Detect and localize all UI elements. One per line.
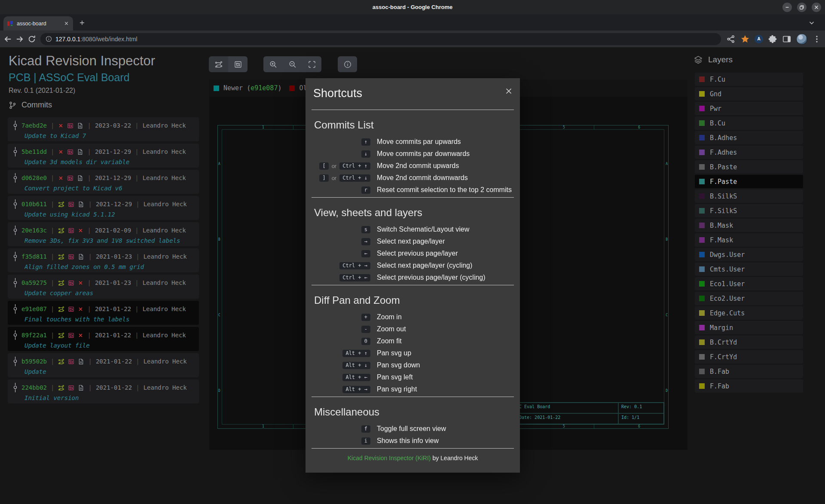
layer-item[interactable]: Gnd bbox=[695, 87, 803, 101]
layer-item[interactable]: B.CrtYd bbox=[695, 336, 803, 349]
layout-diff-icon bbox=[68, 227, 74, 234]
shortcut-keys: 0 bbox=[314, 338, 370, 345]
side-panel-icon[interactable] bbox=[782, 34, 791, 44]
commit-item[interactable]: f35d811 | | 2021-01-23 | Leandro Heck Al… bbox=[8, 248, 199, 272]
layer-item[interactable]: F.SilkS bbox=[695, 204, 803, 217]
layer-item[interactable]: F.Adhes bbox=[695, 146, 803, 159]
layer-name: F.Adhes bbox=[710, 149, 737, 156]
commit-summary: 010b611 | | 2021-12-29 | Leandro Heck bbox=[13, 199, 194, 209]
commit-node-icon bbox=[13, 226, 18, 235]
sheet-row-tick: A bbox=[666, 162, 668, 166]
zoom-fit-button[interactable] bbox=[302, 56, 321, 72]
modal-close-icon[interactable] bbox=[504, 87, 513, 95]
bookmark-star-icon[interactable] bbox=[740, 34, 750, 44]
profile-avatar[interactable] bbox=[796, 34, 807, 45]
layer-item[interactable]: B.Cu bbox=[695, 116, 803, 130]
commit-summary: 0a59275 | | 2021-01-23 | Leandro Heck bbox=[13, 278, 194, 287]
commit-summary: e91e087 | | 2021-01-22 | Leandro Heck bbox=[13, 304, 194, 314]
separator: | bbox=[87, 305, 91, 312]
view-switch-group bbox=[209, 56, 248, 72]
footer-author: by Leandro Heck bbox=[431, 455, 478, 461]
layer-item[interactable]: B.Paste bbox=[695, 160, 803, 174]
shortcut-keys: ← bbox=[314, 250, 370, 257]
layer-item[interactable]: Edge.Cuts bbox=[695, 306, 803, 320]
layer-item[interactable]: F.Cu bbox=[695, 73, 803, 86]
reload-icon[interactable] bbox=[27, 34, 37, 44]
layer-item[interactable]: Eco2.User bbox=[695, 292, 803, 305]
info-button[interactable] bbox=[338, 56, 357, 72]
separator: | bbox=[87, 122, 91, 129]
commit-item[interactable]: e91e087 | | 2021-01-22 | Leandro Heck Fi… bbox=[8, 301, 199, 325]
key-badge: - bbox=[361, 326, 370, 333]
layer-color-swatch bbox=[699, 281, 705, 287]
layer-item[interactable]: B.Adhes bbox=[695, 131, 803, 144]
zoom-out-button[interactable] bbox=[283, 56, 302, 72]
tab-close-icon[interactable] bbox=[63, 20, 70, 27]
layer-item[interactable]: B.Fab bbox=[695, 365, 803, 378]
url-bar[interactable]: 127.0.0.1:8080/web/index.html bbox=[40, 33, 721, 45]
zoom-in-button[interactable] bbox=[263, 56, 283, 72]
schematic-view-button[interactable] bbox=[209, 56, 228, 72]
new-tab-button[interactable] bbox=[77, 18, 87, 27]
kiri-link[interactable]: Kicad Revision Inspector (KiRI) bbox=[348, 455, 431, 461]
commit-item[interactable]: 224bb02 | | 2021-01-22 | Leandro Heck In… bbox=[8, 379, 199, 403]
minimize-button[interactable] bbox=[782, 3, 792, 12]
layer-item[interactable]: F.CrtYd bbox=[695, 350, 803, 363]
commit-node-icon bbox=[13, 173, 18, 183]
commit-item[interactable]: 5be11dd | | 2021-12-29 | Leandro Heck Up… bbox=[8, 144, 199, 168]
layer-list: F.Cu Gnd Pwr B.Cu B.Adhes F.Adhes B.Past… bbox=[695, 73, 803, 393]
layer-name: F.CrtYd bbox=[710, 353, 737, 361]
layer-item[interactable]: Eco1.User bbox=[695, 277, 803, 290]
key-badge: ] bbox=[319, 174, 328, 182]
menu-kebab-icon[interactable] bbox=[812, 34, 822, 44]
commit-date: 2021-01-22 bbox=[96, 384, 132, 391]
shortcut-row: r Reset commit selection to the top 2 co… bbox=[306, 184, 520, 196]
title-block-board: C Eval Board bbox=[516, 403, 618, 413]
close-window-button[interactable] bbox=[812, 3, 821, 12]
forward-icon[interactable] bbox=[15, 34, 24, 44]
shortcut-keys: i bbox=[314, 437, 370, 445]
layer-item[interactable]: B.SilkS bbox=[695, 189, 803, 203]
layers-header: Layers bbox=[694, 55, 733, 64]
layer-color-swatch bbox=[699, 310, 705, 316]
extensions-puzzle-icon[interactable] bbox=[768, 34, 777, 44]
tab-assoc-board[interactable]: assoc-board bbox=[3, 16, 73, 31]
share-icon[interactable] bbox=[726, 34, 736, 44]
shortcut-description: Move commits par upwards bbox=[377, 138, 461, 146]
commit-item[interactable]: b59502b | | 2021-01-22 | Leandro Heck Up… bbox=[8, 353, 199, 377]
commit-item[interactable]: 20e163c | | 2021-02-09 | Leandro Heck Re… bbox=[8, 222, 199, 246]
commit-author: Leandro Heck bbox=[143, 279, 186, 286]
layer-item[interactable]: F.Paste bbox=[695, 175, 803, 188]
layer-item[interactable]: F.Mask bbox=[695, 233, 803, 247]
commit-item[interactable]: 7aebd2e | | 2023-03-22 | Leandro Heck Up… bbox=[8, 117, 199, 141]
commit-summary: 5be11dd | | 2021-12-29 | Leandro Heck bbox=[13, 147, 194, 156]
layer-color-swatch bbox=[699, 252, 705, 257]
commit-item[interactable]: d0628e0 | | 2021-12-29 | Leandro Heck Co… bbox=[8, 170, 199, 194]
layer-name: F.Paste bbox=[710, 178, 737, 186]
extension-a-icon[interactable]: A bbox=[755, 35, 763, 43]
tab-search-chevron-icon[interactable] bbox=[808, 19, 816, 27]
site-info-icon[interactable] bbox=[46, 36, 52, 42]
tab-title: assoc-board bbox=[17, 21, 59, 27]
layer-item[interactable]: Cmts.User bbox=[695, 263, 803, 276]
layer-item[interactable]: Pwr bbox=[695, 102, 803, 115]
separator: | bbox=[136, 358, 139, 365]
shortcut-description: Pan svg up bbox=[377, 349, 411, 357]
layer-item[interactable]: Margin bbox=[695, 321, 803, 334]
commit-item[interactable]: 0a59275 | | 2021-01-23 | Leandro Heck Up… bbox=[8, 275, 199, 299]
commit-message: Align filled zones on 0.5 mm grid bbox=[24, 263, 194, 270]
restore-button[interactable] bbox=[797, 3, 807, 12]
layer-item[interactable]: Dwgs.User bbox=[695, 248, 803, 261]
back-icon[interactable] bbox=[3, 34, 12, 44]
window-titlebar: assoc-board - Google Chrome bbox=[0, 0, 825, 14]
separator: | bbox=[51, 253, 54, 260]
url-path: :8080/web/index.html bbox=[80, 36, 137, 43]
layer-name: B.CrtYd bbox=[710, 339, 737, 346]
shortcut-description: Select previous page/layer (cycling) bbox=[377, 274, 486, 281]
layer-item[interactable]: B.Mask bbox=[695, 219, 803, 232]
commit-item[interactable]: 89f22a1 | | 2021-01-22 | Leandro Heck Up… bbox=[8, 327, 199, 351]
layout-view-button[interactable] bbox=[228, 56, 248, 72]
commit-item[interactable]: 010b611 | | 2021-12-29 | Leandro Heck Up… bbox=[8, 196, 199, 220]
layer-item[interactable]: F.Fab bbox=[695, 379, 803, 393]
separator: | bbox=[51, 305, 54, 312]
